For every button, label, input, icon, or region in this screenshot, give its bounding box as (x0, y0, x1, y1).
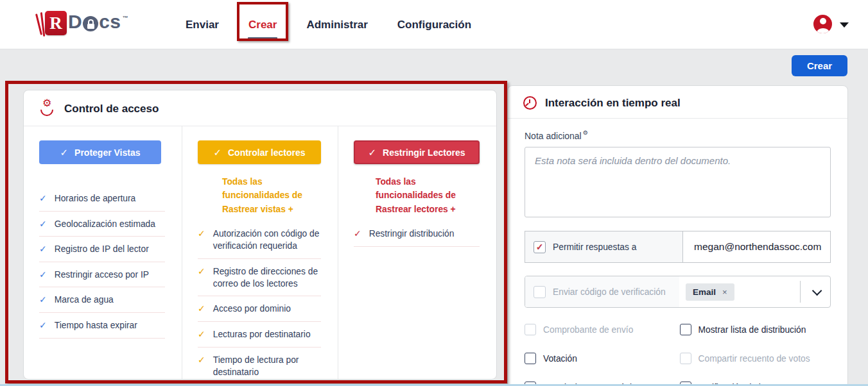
option-votacion: Votación (525, 353, 676, 364)
allow-replies-cell: Permitir respuestas a (525, 231, 683, 262)
chevron-down-icon[interactable] (801, 276, 830, 307)
checkmark-icon: ✓ (213, 147, 221, 158)
controlar-lectores-button[interactable]: ✓ Controlar lectores (198, 140, 321, 164)
note-settings-gear-icon[interactable]: ⚙ (583, 130, 588, 136)
verification-dropdown-controls (800, 276, 830, 307)
logo-letters-cs: cs (99, 11, 121, 33)
nav-item-administrar[interactable]: Administrar (306, 19, 367, 31)
user-menu-chevron-down-icon[interactable] (840, 22, 849, 28)
list-item[interactable]: ✓Registro de IP del lector (39, 237, 165, 262)
list-item[interactable]: ✓Tiempo de lectura por destinatario (198, 348, 321, 380)
allow-replies-label: Permitir respuestas a (553, 242, 636, 252)
list-item[interactable]: ✓Lecturas por destinatario (198, 322, 321, 348)
remove-tag-icon[interactable]: × (722, 287, 727, 297)
column-note: Todas las funcionalidades de Rastrear vi… (222, 175, 321, 216)
access-control-title: Control de acceso (64, 103, 159, 115)
note-label: Nota adicional (525, 131, 582, 141)
list-item[interactable]: ✓Registro de direcciones de correo de lo… (198, 259, 321, 297)
column-restringir-lectores: ✓ Restringir Lectores Todas las funciona… (338, 126, 496, 380)
checkmark-icon: ✓ (39, 269, 47, 281)
list-item[interactable]: ✓Restringir acceso por IP (39, 262, 165, 288)
checkmark-icon: ✓ (198, 354, 205, 379)
list-item[interactable]: ✓Geolocalización estimada (39, 212, 165, 237)
checkmark-icon: ✓ (354, 228, 361, 240)
option-checkbox[interactable] (525, 353, 536, 364)
checkmark-icon: ✓ (369, 147, 377, 158)
email-tag: Email × (686, 283, 734, 301)
app-frame: R D cs ™ Enviar Crear Administrar Config… (0, 0, 868, 386)
list-item[interactable]: ✓Marca de agua (39, 287, 165, 313)
proteger-vistas-button[interactable]: ✓ Proteger Vistas (39, 140, 161, 164)
access-control-columns: ✓ Proteger Vistas ✓Horarios de apertura … (24, 126, 496, 380)
verification-code-checkbox[interactable] (534, 286, 546, 298)
option-checkbox[interactable] (680, 353, 691, 364)
main-nav: Enviar Crear Administrar Configuración (186, 0, 471, 49)
option-mostrar-lista: Mostrar lista de distribución (680, 324, 831, 335)
checkmark-icon: ✓ (39, 243, 47, 256)
realtime-header: Interacción en tiempo real (508, 86, 847, 119)
allow-replies-row: Permitir respuestas a megan@northendasso… (525, 231, 831, 263)
verification-code-label: Enviar código de verificación (553, 287, 666, 297)
column-proteger-vistas: ✓ Proteger Vistas ✓Horarios de apertura … (24, 126, 182, 380)
nav-item-configuracion[interactable]: Configuración (397, 19, 471, 31)
logo-pages-fan-icon (37, 11, 45, 37)
options-checkbox-grid: Comprobante de envío Mostrar lista de di… (525, 324, 831, 386)
allow-replies-checkbox[interactable] (534, 241, 546, 253)
list-item[interactable]: ✓Acceso por dominio (198, 296, 321, 322)
trademark-symbol: ™ (123, 15, 128, 21)
hand-gear-icon: ⚙ (39, 101, 56, 117)
feature-list-controlar: ✓Autorización con código de verificación… (198, 221, 321, 380)
checkmark-icon: ✓ (39, 192, 47, 205)
checkmark-icon: ✓ (198, 265, 205, 290)
logo-r-tile: R (45, 11, 67, 35)
checkmark-icon: ✓ (198, 328, 205, 341)
email-tag-label: Email (693, 287, 716, 297)
checkmark-icon: ✓ (39, 319, 47, 332)
realtime-title: Interacción en tiempo real (545, 97, 681, 110)
list-item[interactable]: ✓Horarios de apertura (39, 186, 165, 212)
option-compartir-recuento: Compartir recuento de votos (680, 353, 831, 364)
feature-list-restringir: ✓Restringir distribución (354, 221, 480, 247)
column-controlar-lectores: ✓ Controlar lectores Todas las funcional… (182, 126, 338, 380)
checkmark-icon: ✓ (60, 147, 68, 158)
access-control-header: ⚙ Control de acceso (24, 90, 496, 126)
checkmark-icon: ✓ (39, 294, 47, 306)
realtime-body: Nota adicional⚙ Permitir respuestas a me… (508, 119, 847, 386)
nav-item-enviar[interactable]: Enviar (186, 19, 219, 31)
checkmark-icon: ✓ (39, 218, 47, 231)
checkmark-icon: ✓ (198, 303, 205, 315)
user-avatar-icon[interactable] (813, 15, 832, 33)
create-button[interactable]: Crear (792, 55, 847, 76)
realtime-interaction-card: Interacción en tiempo real Nota adiciona… (507, 85, 848, 386)
verification-code-cell: Enviar código de verificación (525, 276, 679, 307)
lock-icon (83, 16, 98, 31)
rdocs-logo[interactable]: R D cs ™ (37, 11, 128, 37)
reply-email-input[interactable]: megan@northendassoc.com (683, 231, 830, 262)
option-comprobante-envio: Comprobante de envío (525, 324, 676, 335)
column-note: Todas las funcionalidades de Rastrear le… (376, 175, 480, 216)
option-checkbox[interactable] (525, 324, 536, 335)
top-navigation-bar: R D cs ™ Enviar Crear Administrar Config… (0, 0, 868, 49)
logo-letter-d: D (68, 11, 82, 33)
logo-wordmark: D cs (68, 11, 121, 33)
list-item[interactable]: ✓Autorización con código de verificación… (198, 221, 321, 259)
clock-icon (523, 96, 537, 110)
feature-list-proteger: ✓Horarios de apertura ✓Geolocalización e… (39, 186, 165, 339)
nav-item-crear[interactable]: Crear (248, 19, 277, 31)
list-item[interactable]: ✓Tiempo hasta expirar (39, 313, 165, 339)
additional-note-textarea[interactable] (525, 147, 831, 217)
option-checkbox[interactable] (680, 324, 691, 335)
access-control-card: ⚙ Control de acceso ✓ Proteger Vistas ✓H… (23, 90, 497, 380)
verification-code-row: Enviar código de verificación Email × (525, 276, 831, 308)
restringir-lectores-button[interactable]: ✓ Restringir Lectores (354, 140, 480, 164)
list-item[interactable]: ✓Restringir distribución (354, 221, 480, 247)
active-nav-underline (248, 37, 277, 39)
checkmark-icon: ✓ (198, 228, 205, 253)
nav-item-crear-wrap: Crear (248, 19, 277, 31)
